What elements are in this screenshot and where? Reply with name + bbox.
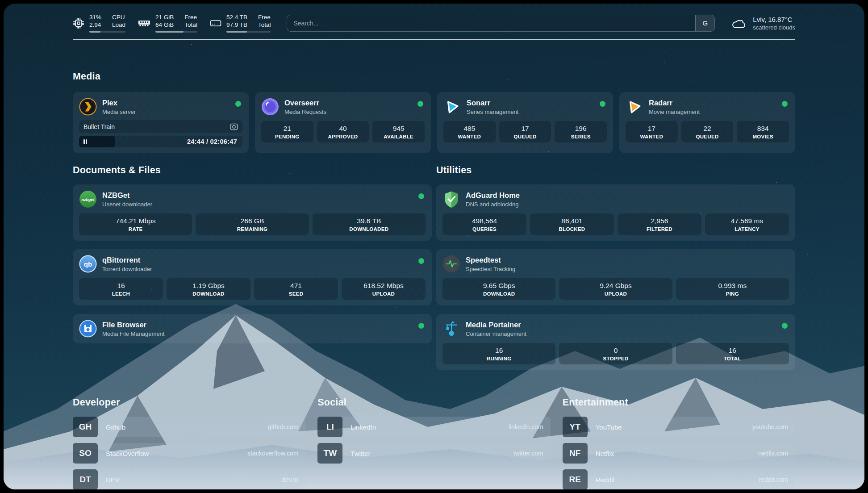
dashboard-screen: 31% 2.94 CPU Load (4, 4, 864, 489)
stat-pending: 21PENDING (261, 121, 313, 142)
disk-stat: 52.4 TB 97.9 TB Free Total (210, 13, 271, 33)
section-heading-utilities: Utilities (436, 165, 795, 176)
app-card-sonarr[interactable]: Sonarr Series management 485WANTED 17QUE… (437, 92, 613, 153)
filebrowser-logo-icon (79, 320, 97, 338)
svg-text:nzbget: nzbget (82, 197, 95, 202)
search-bar[interactable]: G (287, 15, 715, 32)
cpu-labels: CPU Load (112, 13, 125, 29)
video-session-icon[interactable] (230, 123, 238, 130)
topbar-divider (73, 39, 795, 40)
bookmark-abbr: YT (563, 417, 588, 437)
app-title: qBittorrent (102, 256, 152, 264)
stat-upload: 9.24 GbpsUPLOAD (559, 278, 672, 300)
stat-movies: 834MOVIES (737, 121, 789, 142)
section-heading-documents: Documents & Files (73, 165, 432, 176)
bookmark-twitter[interactable]: TW Twitter twitter.com (317, 443, 550, 464)
bookmark-name: Netflix (596, 450, 614, 457)
ram-icon (138, 18, 150, 28)
stat-stopped: 0STOPPED (559, 343, 672, 364)
app-title: Overseerr (284, 99, 326, 107)
search-input[interactable] (287, 20, 695, 27)
bookmark-abbr: SO (73, 443, 98, 464)
bookmark-name: LinkedIn (351, 423, 376, 431)
bookmark-youtube[interactable]: YT YouTube youtube.com (563, 417, 795, 437)
cpu-stat: 31% 2.94 CPU Load (73, 13, 125, 33)
app-card-nzbget[interactable]: nzbget NZBGet Usenet downloader 744.21 M… (73, 184, 432, 241)
stat-approved: 40APPROVED (317, 121, 369, 142)
bookmark-abbr: LI (317, 417, 342, 437)
app-card-plex[interactable]: Plex Media server Bullet Train (73, 92, 249, 153)
bookmark-url: linkedin.com (509, 423, 543, 430)
app-title: Speedtest (466, 256, 515, 264)
app-desc: Usenet downloader (102, 201, 152, 208)
app-title: Radarr (649, 99, 700, 107)
svg-text:qb: qb (84, 260, 92, 268)
app-card-filebrowser[interactable]: File Browser Media File Management (73, 314, 432, 343)
bookmark-url: github.com (268, 423, 298, 430)
weather-widget: Lviv, 16.87°C scattered clouds (731, 16, 795, 31)
bookmark-url: dev.to (282, 476, 298, 483)
stat-wanted: 17WANTED (626, 121, 678, 142)
app-desc: Speedtest Tracking (466, 266, 515, 272)
cpu-percent: 31% (89, 13, 101, 21)
stat-download: 1.19 GbpsDOWNLOAD (167, 278, 250, 300)
cpu-load-value: 2.94 (89, 21, 101, 29)
stat-series: 196SERIES (555, 121, 607, 142)
section-heading-social: Social (317, 397, 550, 408)
bookmark-name: Twitter (351, 450, 370, 457)
disk-progress-bar (226, 31, 271, 33)
app-title: NZBGet (102, 191, 152, 200)
bookmark-stackoverflow[interactable]: SO StackOverflow stackoverflow.com (73, 443, 305, 464)
search-engine-button[interactable]: G (695, 15, 714, 31)
app-card-portainer[interactable]: Media Portainer Container management 16R… (436, 314, 795, 370)
ram-total: 64 GiB (155, 21, 174, 29)
entertainment-section: Entertainment YT YouTube youtube.com NF … (563, 397, 795, 489)
section-heading-media: Media (73, 71, 795, 82)
bookmark-netflix[interactable]: NF Netflix netflix.com (563, 443, 795, 464)
app-desc: Media server (102, 109, 136, 115)
stat-blocked: 86,401BLOCKED (530, 213, 614, 235)
nzbget-logo-icon: nzbget (79, 190, 97, 208)
playback-progress-bar: 24:44 / 02:06:47 (79, 136, 242, 147)
bookmark-linkedin[interactable]: LI LinkedIn linkedin.com (317, 417, 550, 437)
bookmark-github[interactable]: GH Github github.com (73, 417, 305, 437)
developer-section: Developer GH Github github.com SO StackO… (73, 397, 305, 489)
pause-button[interactable] (79, 136, 115, 147)
system-stats: 31% 2.94 CPU Load (73, 13, 271, 33)
app-card-qbittorrent[interactable]: qb qBittorrent Torrent downloader 16LEEC… (73, 249, 432, 305)
app-title: File Browser (102, 321, 164, 329)
app-card-overseerr[interactable]: Overseerr Media Requests 21PENDING 40APP… (255, 92, 431, 153)
app-desc: Container management (466, 330, 526, 337)
utilities-column: Utilities AdGuard Home D (436, 165, 795, 370)
bookmark-url: youtube.com (752, 423, 788, 430)
stat-available: 945AVAILABLE (372, 121, 425, 142)
stat-download: 9.65 GbpsDOWNLOAD (442, 278, 555, 300)
app-desc: Torrent downloader (102, 266, 152, 272)
status-dot-online (600, 101, 605, 107)
stat-downloaded: 39.6 TBDOWNLOADED (313, 213, 426, 235)
stat-latency: 47.569 msLATENCY (705, 213, 789, 235)
ram-labels: Free Total (184, 13, 197, 29)
app-card-speedtest[interactable]: Speedtest Speedtest Tracking 9.65 GbpsDO… (436, 249, 795, 305)
app-desc: DNS and adblocking (466, 201, 520, 208)
stat-leech: 16LEECH (79, 278, 163, 300)
status-dot-online (782, 323, 788, 329)
weather-condition: scattered clouds (753, 24, 795, 31)
bookmark-abbr: GH (73, 417, 98, 437)
stat-upload: 618.52 MbpsUPLOAD (342, 278, 426, 300)
bookmark-reddit[interactable]: RE Reddit reddit.com (563, 469, 795, 489)
bookmark-dev[interactable]: DT DEV dev.to (73, 469, 305, 489)
stat-queries: 498,564QUERIES (442, 213, 526, 235)
now-playing-row: Bullet Train (79, 120, 242, 133)
social-section: Social LI LinkedIn linkedin.com TW Twitt… (317, 397, 550, 489)
app-desc: Media File Management (102, 330, 164, 337)
status-dot-online (418, 193, 424, 199)
top-bar: 31% 2.94 CPU Load (73, 4, 795, 33)
app-desc: Series management (467, 109, 518, 115)
bookmark-abbr: RE (563, 469, 588, 489)
app-card-adguard[interactable]: AdGuard Home DNS and adblocking 498,564Q… (436, 184, 795, 241)
stat-seed: 471SEED (254, 278, 338, 300)
status-dot-online (782, 101, 788, 107)
app-card-radarr[interactable]: Radarr Movie management 17WANTED 22QUEUE… (619, 92, 795, 153)
ram-free: 21 GiB (155, 13, 174, 21)
